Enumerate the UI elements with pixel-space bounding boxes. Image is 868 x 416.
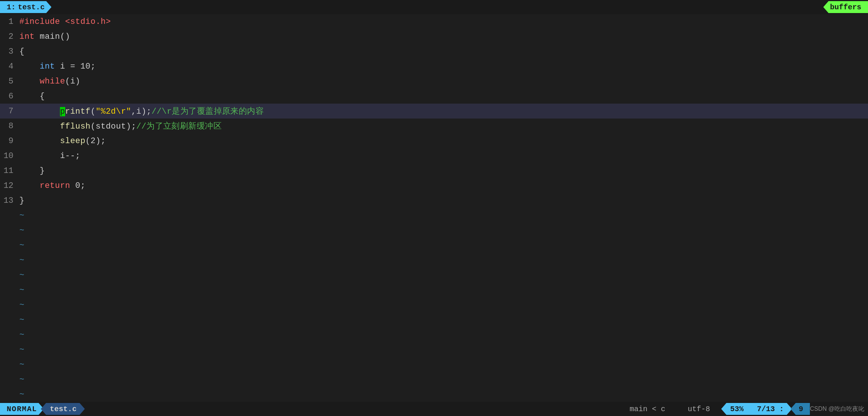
status-bar: NORMAL test.c main < c utf-8 53% 7/13 : … <box>0 402 868 416</box>
line-number: 11 <box>0 166 19 176</box>
tilde-char: ~ <box>19 226 24 235</box>
tilde-line: ~ <box>0 238 868 253</box>
token-type: int <box>40 62 55 71</box>
token-cursor: p <box>60 107 65 116</box>
token-plain: ( <box>91 107 96 116</box>
editor-area: 1#include <stdio.h>2int main()3{4 int i … <box>0 14 868 402</box>
tilde-char: ~ <box>19 256 24 265</box>
line-number: 7 <box>0 107 19 116</box>
tilde-char: ~ <box>19 271 24 280</box>
code-line-10: 10 i--; <box>0 148 868 163</box>
status-right: main < c utf-8 53% 7/13 : 9 CSDN @吃白吃夜叱 <box>618 402 868 416</box>
token-keyword: int <box>19 32 35 41</box>
tilde-line: ~ <box>0 342 868 357</box>
code-line-9: 9 sleep(2); <box>0 133 868 148</box>
status-encoding: utf-8 <box>677 405 721 413</box>
tilde-char: ~ <box>19 375 24 384</box>
tilde-char: ~ <box>19 241 24 250</box>
token-plain: (2); <box>85 136 106 146</box>
buffers-badge: buffers <box>823 1 868 13</box>
code-line-8: 8 fflush(stdout);//为了立刻刷新缓冲区 <box>0 119 868 133</box>
status-filename: test.c <box>41 403 85 415</box>
token-plain: { <box>19 92 45 101</box>
line-content: while(i) <box>19 77 868 86</box>
tilde-line: ~ <box>0 372 868 387</box>
line-number: 1 <box>0 17 19 26</box>
token-plain: { <box>19 47 25 56</box>
token-plain: 0; <box>70 181 85 190</box>
line-content: sleep(2); <box>19 136 868 146</box>
token-plain <box>19 62 40 71</box>
tilde-line: ~ <box>0 327 868 342</box>
line-content: } <box>19 196 868 205</box>
line-number: 2 <box>0 32 19 41</box>
status-line-col: 7/13 : <box>757 405 784 413</box>
token-preprocessor: #include <stdio.h> <box>19 17 111 26</box>
tilde-line: ~ <box>0 297 868 312</box>
token-plain: } <box>19 166 45 176</box>
status-col: 9 <box>791 403 810 415</box>
token-plain: i = 10; <box>55 62 96 71</box>
token-func: fflush <box>60 122 91 131</box>
tilde-line: ~ <box>0 223 868 238</box>
tab-bar: 1:test.c buffers <box>0 0 868 14</box>
line-number: 3 <box>0 47 19 56</box>
tilde-line: ~ <box>0 387 868 402</box>
code-line-2: 2int main() <box>0 29 868 44</box>
buffers-label: buffers <box>830 3 861 12</box>
line-content: int main() <box>19 32 868 41</box>
tilde-char: ~ <box>19 315 24 325</box>
status-mode: NORMAL <box>0 403 44 415</box>
token-plain: main() <box>35 32 70 41</box>
line-number: 9 <box>0 136 19 146</box>
line-number: 10 <box>0 151 19 161</box>
code-line-5: 5 while(i) <box>0 74 868 89</box>
token-plain: ,i); <box>131 107 152 116</box>
token-plain <box>19 107 60 116</box>
token-plain: } <box>19 196 25 205</box>
line-content: fflush(stdout);//为了立刻刷新缓冲区 <box>19 120 868 132</box>
tilde-line: ~ <box>0 283 868 297</box>
tab-test-c[interactable]: 1:test.c <box>0 1 51 13</box>
token-func: rintf <box>65 107 91 116</box>
line-number: 5 <box>0 77 19 86</box>
tab-filename: test.c <box>18 3 45 12</box>
line-number: 6 <box>0 92 19 101</box>
tilde-line: ~ <box>0 208 868 223</box>
code-line-6: 6 { <box>0 89 868 104</box>
line-content: { <box>19 47 868 56</box>
token-func: sleep <box>60 136 85 146</box>
tilde-line: ~ <box>0 268 868 283</box>
token-plain: (stdout); <box>91 122 136 131</box>
line-content: printf("%2d\r",i);//\r是为了覆盖掉原来的内容 <box>19 105 868 117</box>
token-keyword: while <box>40 77 65 86</box>
code-line-13: 13} <box>0 193 868 208</box>
code-line-3: 3{ <box>0 44 868 59</box>
line-content: int i = 10; <box>19 62 868 71</box>
line-number: 4 <box>0 62 19 71</box>
status-percent: 53% <box>730 405 744 413</box>
tilde-line: ~ <box>0 253 868 268</box>
code-line-11: 11 } <box>0 163 868 178</box>
tab-number: 1: <box>7 3 16 12</box>
token-plain: (i) <box>65 77 80 86</box>
line-number: 13 <box>0 196 19 205</box>
status-left: NORMAL test.c <box>0 402 85 416</box>
line-content: #include <stdio.h> <box>19 17 868 26</box>
line-content: return 0; <box>19 181 868 190</box>
token-comment: //为了立刻刷新缓冲区 <box>136 122 222 131</box>
line-number: 12 <box>0 181 19 190</box>
code-line-4: 4 int i = 10; <box>0 59 868 74</box>
status-position: 53% 7/13 : <box>721 403 792 415</box>
tilde-char: ~ <box>19 211 24 220</box>
code-line-7: 7 printf("%2d\r",i);//\r是为了覆盖掉原来的内容 <box>0 104 868 119</box>
tilde-char: ~ <box>19 330 24 340</box>
token-plain <box>19 136 60 146</box>
tilde-char: ~ <box>19 345 24 354</box>
tilde-line: ~ <box>0 357 868 372</box>
token-plain: i--; <box>19 151 80 161</box>
tilde-char: ~ <box>19 360 24 369</box>
code-line-12: 12 return 0; <box>0 178 868 193</box>
line-content: i--; <box>19 151 868 161</box>
token-plain <box>19 77 40 86</box>
